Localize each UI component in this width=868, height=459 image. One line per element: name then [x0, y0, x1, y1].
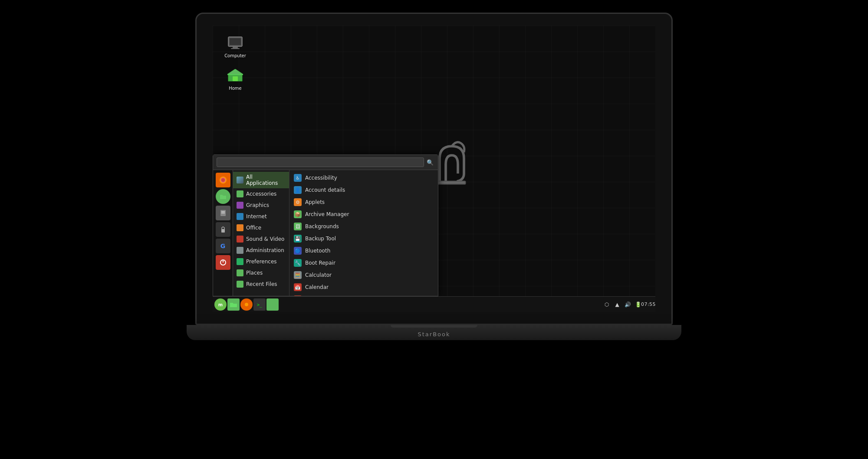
app-account-details[interactable]: 👤 Account details: [289, 184, 438, 196]
taskbar-terminal-btn[interactable]: >_: [253, 298, 266, 311]
cat-office[interactable]: Office: [233, 222, 289, 233]
bluetooth-icon: 🔵: [294, 247, 302, 255]
accessibility-icon: ♿: [294, 174, 302, 182]
sidebar-lock-btn[interactable]: [216, 222, 230, 237]
sidebar-power-btn[interactable]: [216, 255, 230, 270]
app-backup-tool[interactable]: 💾 Backup Tool: [289, 233, 438, 245]
app-archive-manager[interactable]: 📦 Archive Manager: [289, 208, 438, 220]
home-icon[interactable]: Home: [221, 67, 249, 91]
cat-internet[interactable]: Internet: [233, 211, 289, 222]
sidebar-google-btn[interactable]: G: [216, 239, 230, 253]
cat-accessories[interactable]: Accessories: [233, 188, 289, 200]
calendar-icon: 📅: [294, 283, 302, 291]
start-menu: 🔍: [213, 154, 438, 296]
sidebar-files-btn[interactable]: [216, 189, 230, 204]
celluloid-icon: ▶: [294, 295, 302, 296]
svg-rect-2: [230, 38, 241, 45]
screen: Computer Home: [213, 26, 655, 312]
cat-graphics[interactable]: Graphics: [233, 200, 289, 211]
sidebar-notes-btn[interactable]: [216, 206, 230, 220]
svg-rect-0: [438, 181, 466, 184]
calculator-icon: 🧮: [294, 271, 302, 279]
cat-preferences[interactable]: Preferences: [233, 256, 289, 267]
laptop-lid: Computer Home: [195, 13, 673, 325]
taskbar-files-btn[interactable]: [266, 298, 279, 311]
laptop: Computer Home: [174, 13, 694, 446]
app-calendar[interactable]: 📅 Calendar: [289, 281, 438, 293]
svg-text:m: m: [218, 302, 223, 307]
laptop-base: StarBook: [187, 325, 681, 340]
archive-icon: 📦: [294, 210, 302, 218]
svg-rect-3: [233, 46, 238, 48]
taskbar-left: m >_: [213, 298, 280, 311]
wifi-tray-icon[interactable]: ▲: [614, 301, 621, 308]
volume-tray-icon[interactable]: 🔊: [624, 301, 631, 308]
menu-body: G All Applications: [213, 170, 438, 296]
computer-label: Computer: [224, 53, 246, 58]
screen-bezel: Computer Home: [197, 14, 671, 324]
svg-rect-6: [233, 76, 238, 81]
menu-search-input[interactable]: [217, 157, 424, 167]
menu-apps: ♿ Accessibility 👤 Account details ⚙ Appl…: [289, 170, 438, 296]
mint-menu-button[interactable]: m: [214, 298, 227, 311]
menu-search-bar: 🔍: [213, 155, 438, 170]
app-boot-repair[interactable]: 🔧 Boot Repair: [289, 257, 438, 269]
sidebar-firefox-btn[interactable]: [216, 173, 230, 187]
battery-tray-icon[interactable]: 🔋: [635, 301, 641, 308]
cat-places[interactable]: Places: [233, 267, 289, 279]
backup-icon: 💾: [294, 235, 302, 243]
taskbar-firefox-btn[interactable]: [240, 298, 253, 311]
computer-icon[interactable]: Computer: [221, 34, 249, 58]
menu-sidebar: G: [213, 170, 233, 296]
svg-point-18: [245, 303, 248, 306]
clock: 07:55: [645, 301, 652, 308]
backgrounds-icon: 🖼: [294, 223, 302, 230]
cat-sound-video[interactable]: Sound & Video: [233, 233, 289, 245]
account-icon: 👤: [294, 186, 302, 194]
app-bluetooth[interactable]: 🔵 Bluetooth: [289, 245, 438, 257]
app-backgrounds[interactable]: 🖼 Backgrounds: [289, 220, 438, 233]
search-icon[interactable]: 🔍: [426, 158, 434, 167]
desktop-icons: Computer Home: [221, 34, 249, 91]
cat-all-applications[interactable]: All Applications: [233, 172, 289, 188]
svg-rect-4: [231, 48, 240, 49]
app-applets[interactable]: ⚙ Applets: [289, 196, 438, 208]
cat-recent-files[interactable]: Recent Files: [233, 279, 289, 290]
computer-icon-img: [227, 34, 244, 52]
bluetooth-tray-icon[interactable]: ⬡: [603, 301, 610, 308]
app-calculator[interactable]: 🧮 Calculator: [289, 269, 438, 281]
boot-repair-icon: 🔧: [294, 259, 302, 267]
home-label: Home: [229, 86, 242, 91]
svg-point-8: [221, 178, 225, 182]
taskbar: m >_: [213, 296, 655, 312]
home-icon-img: [227, 67, 244, 84]
applets-icon: ⚙: [294, 198, 302, 206]
cat-administration[interactable]: Administration: [233, 245, 289, 256]
app-accessibility[interactable]: ♿ Accessibility: [289, 172, 438, 184]
menu-categories: All Applications Accessories Graphics: [233, 170, 289, 296]
taskbar-folder-btn[interactable]: [227, 298, 240, 311]
svg-rect-5: [227, 74, 243, 75]
svg-rect-12: [221, 229, 225, 233]
app-celluloid[interactable]: ▶ Celluloid: [289, 293, 438, 296]
brand-label: StarBook: [418, 331, 450, 338]
svg-text:>_: >_: [257, 302, 263, 308]
taskbar-right: ⬡ ▲ 🔊 🔋 07:55: [603, 301, 655, 308]
